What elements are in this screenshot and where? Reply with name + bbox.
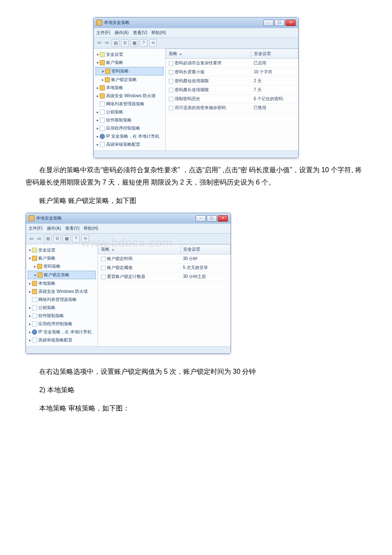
menu-action[interactable]: 操作(A) [47,225,61,232]
menu-action[interactable]: 操作(A) [115,29,129,37]
policy-row[interactable]: 密码必须符合复杂性要求已启用 [166,59,298,68]
policy-value: 10 个字符 [251,68,298,77]
expand-icon[interactable]: ▸ [28,321,32,327]
expand-icon[interactable]: ▾ [28,255,32,262]
expand-icon[interactable]: ▸ [95,117,100,124]
expand-icon[interactable]: ▸ [28,280,32,287]
expand-icon[interactable]: ▸ [28,312,32,319]
nav-tree[interactable]: ▾ 安全设置 ▾账户策略▸密码策略▸账户锁定策略▸本地策略▸高级安全 Windo… [26,244,98,346]
policy-row[interactable]: 账户锁定阈值5 次无效登录 [98,263,231,272]
forward-button[interactable]: ⇨ [104,40,110,46]
toolbar-btn-4[interactable]: ? [72,235,80,243]
tree-item[interactable]: ▸公钥策略 [28,304,96,312]
tree-item-label: 账户锁定策略 [44,271,69,279]
expand-icon[interactable]: ▸ [101,68,105,75]
col-policy[interactable]: 策略▲ [98,245,181,254]
policy-row[interactable]: 账户锁定时间30 分钟 [98,254,231,263]
toolbar-btn-3[interactable]: ▦ [130,39,138,47]
tree-item[interactable]: ▸本地策略 [95,84,164,92]
folder-icon [100,85,105,90]
minimize-button[interactable]: – [196,215,206,222]
policy-row[interactable]: 重置账户锁定计数器30 分钟之后 [98,272,231,281]
tree-item[interactable]: ▸高级审核策略配置 [28,336,96,344]
col-setting[interactable]: 安全设置 [251,49,298,59]
tree-item[interactable]: ▸公钥策略 [95,108,164,116]
nav-tree[interactable]: ▾ 安全设置 ▾账户策略▸密码策略▸账户锁定策略▸本地策略▸高级安全 Windo… [94,49,166,150]
expand-icon[interactable]: ▸ [95,125,100,132]
close-button[interactable]: ✕ [285,20,296,26]
tree-item[interactable]: ▸账户锁定策略 [28,271,96,279]
minimize-button[interactable]: – [263,20,274,26]
menu-help[interactable]: 帮助(H) [84,225,98,232]
maximize-button[interactable]: ▢ [207,215,217,222]
tree-item-label: 高级安全 Windows 防火墙 [38,288,88,295]
tree-item[interactable]: ▸账户锁定策略 [95,76,164,84]
back-button[interactable]: ⇦ [96,40,102,46]
policy-row[interactable]: 密码最短使用期限2 天 [166,77,298,86]
menu-help[interactable]: 帮助(H) [151,29,166,37]
expand-icon[interactable]: ▸ [95,84,100,91]
app-icon [29,215,35,221]
tree-root[interactable]: ▾ 安全设置 [28,246,96,254]
titlebar[interactable]: 本地安全策略 – ▢ ✕ [26,213,231,223]
close-button[interactable]: ✕ [218,215,228,222]
tree-item[interactable]: ▸IP 安全策略，在 本地计算机 [28,328,96,336]
expand-icon[interactable]: ▸ [28,337,32,344]
expand-icon[interactable]: ▸ [101,76,105,83]
expand-icon[interactable]: ▸ [33,272,37,278]
menu-file[interactable]: 文件(F) [96,29,110,37]
expand-icon[interactable]: ▾ [95,59,100,66]
expand-icon[interactable]: ▸ [95,92,100,99]
tree-item[interactable]: ▾账户策略 [95,59,164,66]
tree-item[interactable]: ▸本地策略 [28,280,96,287]
tree-item[interactable]: 网络列表管理器策略 [28,296,96,304]
tree-item[interactable]: ▸高级审核策略配置 [95,141,164,148]
maximize-button[interactable]: ▢ [274,20,285,26]
policy-row[interactable]: 用可还原的加密来储存密码已禁用 [166,104,298,113]
policy-name: 密码最长使用期限 [175,87,209,92]
col-setting[interactable]: 安全设置 [180,245,230,254]
expand-icon[interactable]: ▸ [28,329,32,335]
tree-item[interactable]: ▸软件限制策略 [28,312,96,320]
expand-icon[interactable]: ▸ [95,109,100,116]
forward-button[interactable]: ⇨ [36,235,42,242]
toolbar-btn-1[interactable]: ▤ [112,39,119,47]
col-policy[interactable]: 策略▲ [166,49,251,59]
tree-item[interactable]: ▸IP 安全策略，在 本地计算机 [95,133,164,140]
tree-root[interactable]: ▾ 安全设置 [95,51,164,58]
toolbar-btn-3[interactable]: ▦ [63,235,70,243]
back-button[interactable]: ⇦ [29,235,35,242]
menu-view[interactable]: 查看(V) [133,29,147,37]
tree-item[interactable]: ▸应用程序控制策略 [28,320,96,328]
tree-item-label: 本地策略 [106,84,123,92]
tree-item[interactable]: ▸应用程序控制策略 [95,124,164,132]
toolbar-btn-5[interactable]: ⟲ [149,39,157,47]
policy-list[interactable]: 策略▲ 安全设置 密码必须符合复杂性要求已启用密码长度最小值10 个字符密码最短… [166,49,298,150]
tree-item[interactable]: ▾账户策略 [28,254,96,262]
folder-icon [105,77,110,82]
menu-view[interactable]: 查看(V) [65,225,79,232]
expand-icon[interactable]: ▸ [28,304,32,311]
policy-name: 用可还原的加密来储存密码 [175,105,226,110]
policy-row[interactable]: 密码长度最小值10 个字符 [166,68,298,77]
tree-item[interactable]: ▸密码策略 [28,263,96,270]
tree-item[interactable]: ▸密码策略 [95,67,164,75]
policy-list[interactable]: 策略▲ 安全设置 账户锁定时间30 分钟账户锁定阈值5 次无效登录重置账户锁定计… [98,244,231,346]
toolbar-btn-2[interactable]: ☰ [121,39,129,47]
tree-item[interactable]: ▸软件限制策略 [95,116,164,124]
titlebar[interactable]: 本地安全策略 – ▢ ✕ [94,17,298,28]
toolbar-btn-5[interactable]: ⟲ [81,235,89,243]
toolbar-btn-4[interactable]: ? [140,39,147,47]
toolbar-btn-2[interactable]: ☰ [53,235,61,243]
menu-file[interactable]: 文件(F) [29,225,43,232]
toolbar-btn-1[interactable]: ▤ [44,235,52,243]
expand-icon[interactable]: ▸ [95,133,100,140]
expand-icon[interactable]: ▸ [28,288,32,295]
policy-row[interactable]: 强制密码历史6 个记住的密码 [166,95,298,104]
expand-icon[interactable]: ▸ [33,263,37,270]
expand-icon[interactable]: ▸ [95,141,100,148]
tree-item[interactable]: ▸高级安全 Windows 防火墙 [95,92,164,100]
tree-item[interactable]: ▸高级安全 Windows 防火墙 [28,288,96,295]
policy-row[interactable]: 密码最长使用期限7 天 [166,86,298,95]
tree-item[interactable]: 网络列表管理器策略 [95,100,164,108]
